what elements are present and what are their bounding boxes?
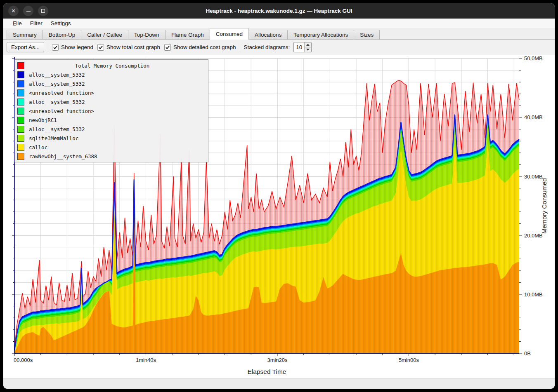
tab-top-down[interactable]: Top-Down: [128, 30, 166, 40]
stacked-diagrams-stepper[interactable]: 10: [293, 42, 312, 52]
status-bar: [3, 378, 555, 389]
svg-text:20,0MB: 20,0MB: [524, 232, 543, 239]
check-icon: [98, 45, 103, 50]
close-icon: ✕: [11, 8, 16, 14]
legend-entry: rawNewObj__system_6388: [15, 152, 208, 161]
svg-text:00.000s: 00.000s: [14, 357, 33, 363]
svg-text:0B: 0B: [524, 350, 531, 357]
legend-entry-label: alloc__system_5332: [29, 126, 85, 132]
menu-settings[interactable]: Settings: [47, 20, 75, 27]
tab-bottom-up[interactable]: Bottom-Up: [43, 30, 82, 40]
legend-entry: calloc: [15, 143, 208, 152]
tab-allocations[interactable]: Allocations: [248, 30, 288, 40]
svg-text:1min40s: 1min40s: [136, 357, 156, 363]
tab-bar: SummaryBottom-UpCaller / CalleeTop-DownF…: [3, 28, 555, 40]
legend-swatch: [17, 108, 24, 115]
maximize-button[interactable]: [38, 6, 48, 16]
stepper-down-button[interactable]: [305, 47, 311, 52]
legend-entry-label: rawNewObj__system_6388: [29, 153, 97, 160]
legend-entry: <unresolved function>: [15, 88, 208, 97]
legend-swatch: [17, 89, 24, 96]
tab-consumed[interactable]: Consumed: [210, 28, 249, 40]
legend-entry-label: <unresolved function>: [29, 90, 94, 96]
legend-entry: sqlite3MemMalloc: [15, 134, 208, 143]
window-title: Heaptrack - heaptrack.wakunode.1.gz — He…: [3, 8, 555, 14]
checkbox-groups: Show legendShow total cost graphShow det…: [52, 44, 236, 51]
tab-temporary-allocations[interactable]: Temporary Allocations: [287, 30, 354, 40]
checkbox-label: Show detailed cost graph: [173, 44, 236, 50]
legend-entry: newObjRC1: [15, 115, 208, 124]
legend-swatch: [17, 135, 24, 142]
export-as-button[interactable]: Export As...: [7, 42, 44, 52]
check-icon: [53, 45, 58, 50]
check-icon: [165, 45, 170, 50]
legend-entry-label: newObjRC1: [29, 117, 57, 123]
toolbar-separator: [48, 43, 48, 52]
legend-entry: alloc__system_5332: [15, 79, 208, 88]
tab-sizes[interactable]: Sizes: [354, 30, 380, 40]
minimize-button[interactable]: [23, 6, 33, 16]
checkbox-label: Show total cost graph: [106, 44, 160, 50]
checkbox-box[interactable]: [164, 44, 171, 51]
svg-text:10,0MB: 10,0MB: [524, 291, 543, 298]
stepper-buttons: [304, 42, 311, 52]
menu-filter[interactable]: Filter: [26, 20, 47, 27]
legend-swatch: [17, 117, 24, 124]
tab-flame-graph[interactable]: Flame Graph: [165, 30, 210, 40]
svg-text:5min00s: 5min00s: [399, 357, 419, 363]
checkbox-box[interactable]: [97, 44, 104, 51]
svg-text:50,0MB: 50,0MB: [524, 55, 543, 61]
maximize-icon: [41, 9, 45, 13]
chart-panel: 00.000s1min40s3min20s5min00s0B10,0MB20,0…: [3, 55, 555, 378]
legend-entry-label: alloc__system_5332: [29, 99, 85, 105]
checkbox-box[interactable]: [52, 44, 59, 51]
window-controls: ✕: [8, 6, 48, 16]
legend-title: Total Memory Consumption: [29, 63, 196, 69]
stacked-diagrams-value: 10: [294, 42, 304, 52]
menu-file[interactable]: File: [9, 20, 26, 27]
tab-summary[interactable]: Summary: [7, 30, 43, 40]
y-axis-title: Memory Consumed: [541, 178, 548, 234]
legend-swatch: [17, 80, 24, 87]
app-window: ✕ Heaptrack - heaptrack.wakunode.1.gz — …: [3, 3, 555, 389]
legend-swatch: [17, 71, 24, 78]
checkbox-show-legend[interactable]: Show legend: [52, 44, 93, 51]
title-bar: ✕ Heaptrack - heaptrack.wakunode.1.gz — …: [3, 3, 555, 19]
toolbar-separator: [240, 43, 240, 52]
legend-swatch: [17, 99, 24, 106]
chevron-down-icon: [306, 49, 310, 51]
legend-swatch: [17, 153, 24, 160]
tab-caller-callee[interactable]: Caller / Callee: [81, 30, 128, 40]
chevron-up-icon: [306, 44, 310, 46]
checkbox-label: Show legend: [61, 44, 93, 50]
svg-text:40,0MB: 40,0MB: [524, 115, 543, 121]
legend-entry: alloc__system_5332: [15, 70, 208, 79]
legend-entry: alloc__system_5332: [15, 124, 208, 134]
legend-swatch: [17, 126, 24, 133]
legend-entry: <unresolved function>: [15, 106, 208, 115]
svg-text:3min20s: 3min20s: [267, 357, 288, 363]
close-button[interactable]: ✕: [8, 6, 19, 16]
legend-entry: alloc__system_5332: [15, 97, 208, 106]
legend-swatch: [17, 62, 24, 69]
chart-legend: Total Memory Consumptionalloc__system_53…: [14, 59, 208, 162]
stacked-diagrams-label: Stacked diagrams:: [244, 44, 290, 50]
legend-entry-label: <unresolved function>: [29, 108, 94, 114]
legend-entry-label: sqlite3MemMalloc: [29, 135, 78, 141]
checkbox-show-total-cost-graph[interactable]: Show total cost graph: [97, 44, 160, 51]
screen: { "window": { "title": "Heaptrack - heap…: [0, 0, 558, 392]
stepper-up-button[interactable]: [305, 42, 311, 47]
legend-entry-label: alloc__system_5332: [29, 72, 85, 78]
menu-bar: FileFilterSettings: [3, 19, 555, 28]
checkbox-show-detailed-cost-graph[interactable]: Show detailed cost graph: [164, 44, 236, 51]
legend-entry-label: alloc__system_5332: [29, 81, 85, 87]
minimize-icon: [26, 11, 31, 12]
legend-swatch: [17, 144, 24, 151]
x-axis-title: Elapsed Time: [248, 368, 286, 375]
legend-entry-label: calloc: [29, 144, 47, 150]
toolbar: Export As... Show legendShow total cost …: [3, 40, 555, 55]
svg-text:30,0MB: 30,0MB: [524, 174, 543, 180]
legend-title-row: Total Memory Consumption: [15, 61, 208, 70]
